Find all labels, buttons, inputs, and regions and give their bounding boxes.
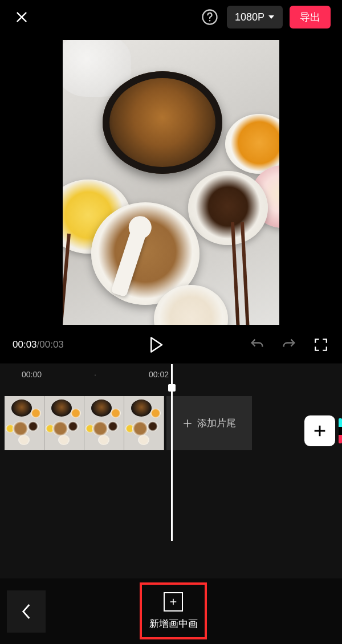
redo-icon <box>281 337 297 353</box>
timeline[interactable]: 00:00 · 00:02 添加片尾 <box>0 364 342 580</box>
preview-area <box>0 34 342 329</box>
help-button[interactable] <box>199 7 220 27</box>
resolution-selector[interactable]: 1080P <box>227 6 283 28</box>
export-button[interactable]: 导出 <box>290 6 331 28</box>
play-icon <box>149 336 164 353</box>
resolution-label: 1080P <box>235 11 264 23</box>
current-time: 00:03 <box>13 339 37 350</box>
ruler-mark: · <box>93 370 97 379</box>
fullscreen-button[interactable] <box>312 336 329 353</box>
plus-box-icon <box>164 592 183 612</box>
add-pip-label: 新增画中画 <box>149 617 198 630</box>
clip-thumbnail <box>124 396 164 450</box>
ruler-mark: 00:00 <box>22 370 42 379</box>
add-ending-label: 添加片尾 <box>197 417 236 430</box>
svg-point-1 <box>209 20 211 22</box>
plus-icon <box>182 418 193 429</box>
redo-button[interactable] <box>280 336 298 353</box>
help-icon <box>201 9 218 26</box>
clip-thumbnail <box>84 396 124 450</box>
back-button[interactable] <box>7 590 46 633</box>
chevron-down-icon <box>268 14 275 21</box>
undo-button[interactable] <box>249 336 266 353</box>
header-bar: 1080P 导出 <box>0 0 342 34</box>
plus-icon <box>312 423 328 439</box>
export-label: 导出 <box>300 10 320 24</box>
playhead[interactable] <box>171 364 173 541</box>
ruler-mark: 00:02 <box>149 370 169 379</box>
add-pip-button[interactable]: 新增画中画 <box>140 582 207 639</box>
undo-icon <box>249 337 265 353</box>
add-clip-button[interactable] <box>304 415 335 446</box>
video-clip[interactable] <box>5 396 164 450</box>
play-button[interactable] <box>145 336 168 353</box>
clip-thumbnail <box>44 396 84 450</box>
video-preview[interactable] <box>63 40 279 325</box>
playback-bar: 00:03 / 00:03 <box>0 329 342 364</box>
close-button[interactable] <box>11 7 32 27</box>
chevron-left-icon <box>21 602 32 621</box>
bottom-toolbar: 新增画中画 <box>0 578 342 644</box>
time-display: 00:03 / 00:03 <box>13 339 64 350</box>
clip-thumbnail <box>5 396 44 450</box>
duration: 00:03 <box>39 339 64 350</box>
brand-stripe <box>339 418 342 443</box>
add-ending-button[interactable]: 添加片尾 <box>166 396 252 450</box>
fullscreen-icon <box>314 337 328 352</box>
close-icon <box>14 9 30 25</box>
